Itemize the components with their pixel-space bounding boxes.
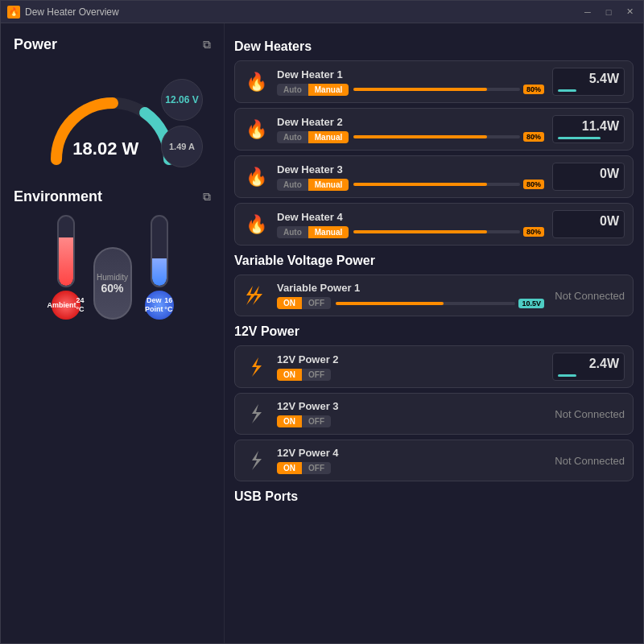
flame-icon-2: 🔥 bbox=[246, 119, 267, 140]
power-12v-2-toggle[interactable]: ON OFF bbox=[277, 369, 331, 381]
dew-heater-2-track[interactable] bbox=[353, 135, 520, 138]
variable-power-1-card: Variable Power 1 ON OFF 10.5V bbox=[234, 275, 634, 316]
ambient-tube bbox=[57, 215, 75, 287]
dew-heater-1-auto-btn[interactable]: Auto bbox=[277, 84, 308, 96]
dew-heater-4-toggle[interactable]: Auto Manual bbox=[277, 226, 349, 238]
power-12v-3-controls: ON OFF bbox=[277, 415, 544, 427]
dew-heater-3-track[interactable] bbox=[353, 183, 520, 186]
dewpoint-tube bbox=[151, 215, 168, 287]
dew-heater-1-fill bbox=[353, 88, 486, 91]
humidity-oval: Humidity 60% bbox=[93, 247, 132, 320]
ambient-label: Ambient bbox=[47, 301, 76, 310]
dew-heater-2-info: Dew Heater 2 Auto Manual 80% bbox=[277, 116, 544, 143]
power-12v-4-off-btn[interactable]: OFF bbox=[302, 462, 331, 474]
bolt-icon-3 bbox=[246, 402, 266, 425]
power-12v-3-output: Not Connected bbox=[552, 408, 625, 420]
power-12v-3-off-btn[interactable]: OFF bbox=[302, 415, 331, 427]
dew-heater-3-toggle[interactable]: Auto Manual bbox=[277, 179, 349, 191]
variable-power-1-off-btn[interactable]: OFF bbox=[302, 297, 331, 309]
ambient-fill bbox=[59, 237, 73, 286]
power-12v-4-info: 12V Power 4 ON OFF bbox=[277, 447, 544, 474]
dew-heater-4-output: 0W bbox=[552, 210, 625, 238]
dew-heater-3-manual-btn[interactable]: Manual bbox=[308, 179, 349, 191]
power-12v-4-icon bbox=[243, 448, 269, 473]
dew-heater-3-auto-btn[interactable]: Auto bbox=[277, 179, 308, 191]
power-12v-4-name: 12V Power 4 bbox=[277, 447, 544, 459]
dew-heater-4-controls: Auto Manual 80% bbox=[277, 226, 544, 238]
bolt-icon-2 bbox=[246, 356, 266, 378]
dew-heater-2-toggle[interactable]: Auto Manual bbox=[277, 131, 349, 143]
svg-marker-3 bbox=[252, 404, 262, 423]
power-12v-2-card: 12V Power 2 ON OFF 2.4W bbox=[234, 345, 634, 388]
flame-icon-1: 🔥 bbox=[246, 72, 267, 93]
power-12v-4-toggle[interactable]: ON OFF bbox=[277, 462, 331, 474]
dew-heater-4-info: Dew Heater 4 Auto Manual 80% bbox=[277, 211, 544, 238]
close-button[interactable]: ✕ bbox=[622, 5, 637, 19]
dew-heater-4-auto-btn[interactable]: Auto bbox=[277, 226, 308, 238]
power-12v-4-output: Not Connected bbox=[552, 455, 625, 467]
svg-marker-2 bbox=[252, 357, 262, 377]
dew-heater-4-manual-btn[interactable]: Manual bbox=[308, 226, 349, 238]
variable-power-1-label: 10.5V bbox=[518, 299, 544, 308]
ambient-value: 24 °C bbox=[76, 296, 84, 314]
power-12v-4-controls: ON OFF bbox=[277, 462, 544, 474]
power-12v-4-card: 12V Power 4 ON OFF Not Connected bbox=[234, 440, 634, 481]
dew-heater-3-info: Dew Heater 3 Auto Manual 80% bbox=[277, 163, 544, 191]
dew-heater-2-slider: 80% bbox=[353, 132, 544, 142]
dew-heater-3-card: 🔥 Dew Heater 3 Auto Manual 80% bbox=[234, 155, 634, 198]
right-panel: Dew Heaters 🔥 Dew Heater 1 Auto Manual bbox=[225, 23, 643, 643]
app-icon: 🔥 bbox=[7, 6, 20, 19]
dew-heater-1-label: 80% bbox=[523, 85, 544, 94]
dew-heater-1-manual-btn[interactable]: Manual bbox=[308, 84, 349, 96]
power-12v-3-on-btn[interactable]: ON bbox=[277, 415, 302, 427]
dew-heater-2-icon: 🔥 bbox=[243, 117, 269, 142]
power-12v-3-toggle[interactable]: ON OFF bbox=[277, 415, 331, 427]
dew-heater-3-slider: 80% bbox=[353, 180, 544, 189]
dew-heater-4-fill bbox=[353, 230, 486, 233]
power-12v-4-on-btn[interactable]: ON bbox=[277, 462, 302, 474]
dewpoint-fill bbox=[152, 258, 167, 286]
dewpoint-label: Dew Point bbox=[145, 296, 164, 314]
variable-power-1-track[interactable] bbox=[336, 302, 515, 305]
dew-heater-4-track[interactable] bbox=[353, 230, 520, 233]
dew-heater-4-name: Dew Heater 4 bbox=[277, 211, 544, 223]
dew-heater-2-value: 11.4W bbox=[558, 119, 619, 134]
dew-heater-3-controls: Auto Manual 80% bbox=[277, 179, 544, 191]
power-12v-3-icon bbox=[243, 401, 269, 427]
env-section-header: Environment ⧉ bbox=[14, 188, 211, 205]
power-12v-2-on-btn[interactable]: ON bbox=[277, 369, 302, 381]
dew-heater-1-toggle[interactable]: Auto Manual bbox=[277, 84, 349, 96]
dew-heater-1-bar bbox=[558, 89, 576, 92]
variable-power-1-info: Variable Power 1 ON OFF 10.5V bbox=[277, 282, 544, 309]
power-12v-3-name: 12V Power 3 bbox=[277, 400, 544, 412]
env-gauges: Ambient 24 °C Humidity 60% bbox=[14, 215, 211, 320]
window-controls: ─ □ ✕ bbox=[580, 5, 637, 19]
dewpoint-bulb: Dew Point 16 °C bbox=[145, 291, 174, 320]
dew-heater-1-track[interactable] bbox=[353, 88, 520, 91]
env-external-icon[interactable]: ⧉ bbox=[203, 190, 211, 204]
variable-voltage-title: Variable Voltage Power bbox=[234, 254, 634, 268]
current-display: 1.49 A bbox=[161, 126, 203, 167]
power-12v-2-off-btn[interactable]: OFF bbox=[302, 369, 331, 381]
variable-power-1-toggle[interactable]: ON OFF bbox=[277, 297, 331, 309]
variable-power-1-name: Variable Power 1 bbox=[277, 282, 544, 294]
minimize-button[interactable]: ─ bbox=[580, 5, 595, 19]
window-title: Dew Heater Overview bbox=[25, 6, 580, 18]
power-title: Power bbox=[14, 36, 57, 53]
dew-heater-3-output: 0W bbox=[552, 163, 625, 191]
usb-ports-title: USB Ports bbox=[234, 489, 634, 504]
ambient-bulb: Ambient 24 °C bbox=[52, 291, 80, 320]
dew-heater-3-name: Dew Heater 3 bbox=[277, 163, 544, 175]
power-external-icon[interactable]: ⧉ bbox=[203, 38, 211, 52]
double-bolt-icon bbox=[245, 284, 267, 307]
maximize-button[interactable]: □ bbox=[601, 5, 616, 19]
dew-heater-2-auto-btn[interactable]: Auto bbox=[277, 131, 308, 143]
left-panel: Power ⧉ 18.02 W 12.06 V 1.49 A bbox=[1, 23, 225, 643]
dew-heater-3-fill bbox=[353, 183, 486, 186]
dew-heater-2-manual-btn[interactable]: Manual bbox=[308, 131, 349, 143]
variable-power-1-on-btn[interactable]: ON bbox=[277, 297, 302, 309]
dew-heater-3-value: 0W bbox=[558, 167, 619, 181]
dew-heater-2-controls: Auto Manual 80% bbox=[277, 131, 544, 143]
main-content: Power ⧉ 18.02 W 12.06 V 1.49 A bbox=[1, 23, 643, 643]
power-12v-3-card: 12V Power 3 ON OFF Not Connected bbox=[234, 393, 634, 435]
